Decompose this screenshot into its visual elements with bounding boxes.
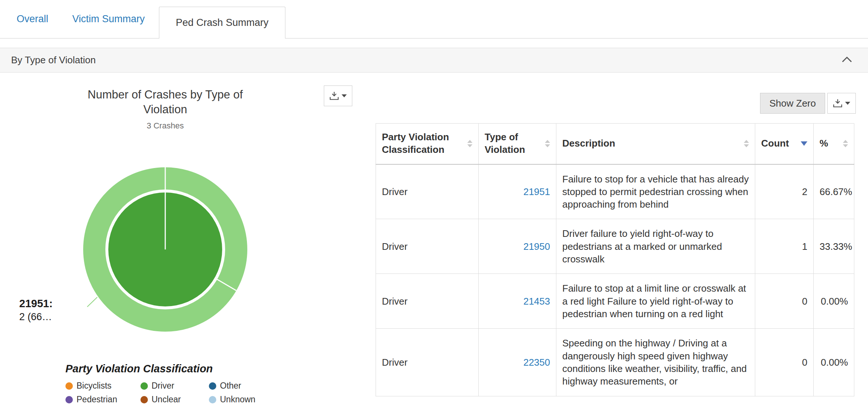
- cell-count: 2: [755, 164, 814, 219]
- cell-party: Driver: [376, 219, 479, 274]
- legend-label: Unknown: [220, 395, 255, 405]
- cell-percent: 0.00%: [814, 274, 854, 329]
- legend-label: Other: [220, 381, 241, 391]
- table-row: Driver 21951 Failure to stop for a vehic…: [376, 164, 854, 219]
- legend-swatch-pedestrian: [65, 396, 73, 403]
- caret-down-icon: [845, 102, 850, 105]
- column-label: %: [820, 137, 828, 150]
- legend-title: Party Violation Classification: [65, 363, 255, 375]
- legend-swatch-unknown: [209, 396, 216, 403]
- legend-swatch-unclear: [140, 396, 148, 403]
- cell-party: Driver: [376, 274, 479, 329]
- cell-percent: 0.00%: [814, 329, 854, 396]
- panel-header: By Type of Violation: [0, 48, 868, 73]
- table-row: Driver 22350 Speeding on the highway / D…: [376, 329, 854, 396]
- legend-item-pedestrian[interactable]: Pedestrian: [65, 395, 140, 405]
- slice-label-value: 2 (66…: [19, 311, 52, 323]
- slice-data-label: 21951: 2 (66…: [19, 297, 52, 323]
- column-label: Description: [562, 137, 615, 150]
- column-header-percent[interactable]: %: [814, 124, 854, 164]
- cell-description: Speeding on the highway / Driving at a d…: [556, 329, 755, 396]
- cell-description: Driver failure to yield right-of-way to …: [556, 219, 755, 274]
- sort-icons: [843, 140, 848, 147]
- legend-item-unknown[interactable]: Unknown: [209, 395, 255, 405]
- column-header-party-violation-classification[interactable]: Party Violation Classification: [376, 124, 479, 164]
- legend-swatch-driver: [140, 382, 148, 390]
- collapse-chevron-up-icon[interactable]: [841, 56, 852, 64]
- show-zero-button[interactable]: Show Zero: [760, 93, 825, 114]
- legend-item-driver[interactable]: Driver: [140, 381, 209, 391]
- tab-overall[interactable]: Overall: [17, 13, 48, 25]
- table-header-row: Party Violation Classification Type of V…: [376, 124, 854, 164]
- legend-label: Unclear: [152, 395, 181, 405]
- sort-icons: [545, 140, 550, 147]
- legend-label: Driver: [152, 381, 174, 391]
- cell-percent: 33.33%: [814, 219, 854, 274]
- cell-percent: 66.67%: [814, 164, 854, 219]
- table-row: Driver 21453 Failure to stop at a limit …: [376, 274, 854, 329]
- download-icon: [833, 99, 842, 108]
- column-header-description[interactable]: Description: [556, 124, 755, 164]
- violation-code-link[interactable]: 21453: [523, 296, 550, 307]
- panel-title: By Type of Violation: [11, 54, 96, 66]
- slice-label-title: 21951:: [19, 297, 52, 310]
- cell-description: Failure to stop for a vehicle that has a…: [556, 164, 755, 219]
- tab-bar: Overall Victim Summary Ped Crash Summary: [0, 0, 868, 38]
- legend-swatch-other: [209, 382, 216, 390]
- cell-count: 0: [755, 274, 814, 329]
- table-row: Driver 21950 Driver failure to yield rig…: [376, 219, 854, 274]
- label-connector-line: [87, 297, 97, 307]
- legend-item-unclear[interactable]: Unclear: [140, 395, 209, 405]
- dashboard-page: Overall Victim Summary Ped Crash Summary…: [0, 0, 868, 416]
- cell-count: 1: [755, 219, 814, 274]
- legend-item-other[interactable]: Other: [209, 381, 255, 391]
- column-header-count[interactable]: Count: [755, 124, 814, 164]
- violation-code-link[interactable]: 21951: [523, 186, 550, 197]
- chart-legend: Party Violation Classification Bicyclist…: [65, 363, 255, 405]
- table-export-button[interactable]: [827, 93, 856, 114]
- legend-swatch-bicyclists: [65, 382, 73, 390]
- cell-party: Driver: [376, 329, 479, 396]
- violation-code-link[interactable]: 22350: [523, 357, 550, 368]
- legend-label: Bicyclists: [77, 381, 112, 391]
- cell-violation-code: 21951: [479, 164, 556, 219]
- legend-label: Pedestrian: [77, 395, 117, 405]
- tab-victim-summary[interactable]: Victim Summary: [72, 13, 145, 25]
- cell-violation-code: 22350: [479, 329, 556, 396]
- column-label: Count: [761, 137, 789, 150]
- cell-violation-code: 21453: [479, 274, 556, 329]
- column-label: Type of Violation: [485, 131, 542, 156]
- sort-desc-icon: [801, 141, 807, 146]
- sort-icons: [467, 140, 472, 147]
- column-label: Party Violation Classification: [382, 131, 464, 156]
- cell-violation-code: 21950: [479, 219, 556, 274]
- sort-icons: [744, 140, 749, 147]
- cell-party: Driver: [376, 164, 479, 219]
- cell-description: Failure to stop at a limit line or cross…: [556, 274, 755, 329]
- violation-code-link[interactable]: 21950: [523, 241, 550, 252]
- legend-item-bicyclists[interactable]: Bicyclists: [65, 381, 140, 391]
- legend-grid: Bicyclists Pedestrian Driver Unclear Oth…: [65, 381, 255, 405]
- tab-ped-crash-summary[interactable]: Ped Crash Summary: [159, 7, 286, 38]
- violations-table: Party Violation Classification Type of V…: [376, 123, 854, 396]
- column-header-type-of-violation[interactable]: Type of Violation: [479, 124, 556, 164]
- table-controls: Show Zero: [760, 93, 856, 114]
- cell-count: 0: [755, 329, 814, 396]
